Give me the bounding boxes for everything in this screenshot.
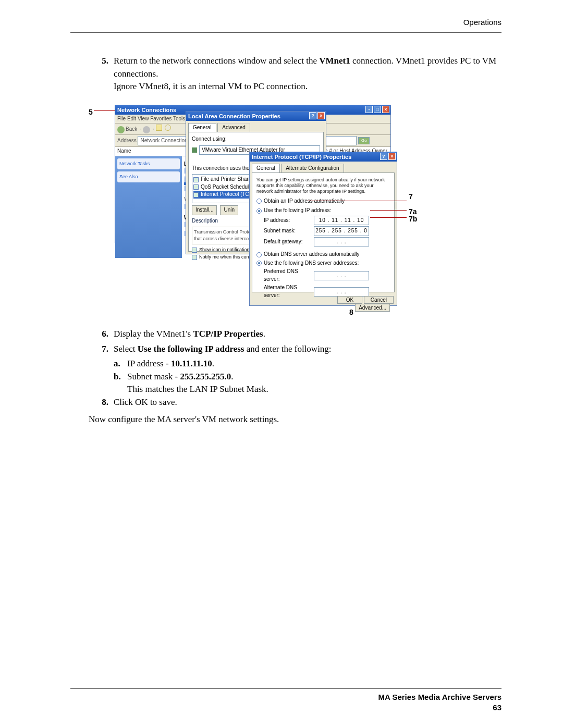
step7-b: Use the following IP address [138,344,244,354]
step6-c: . [263,329,265,339]
lac-title: Local Area Connection Properties [188,113,280,119]
footer-page: 63 [493,703,501,712]
pref-dns-input[interactable]: . . . [314,271,369,281]
tab-advanced[interactable]: Advanced [217,123,250,132]
connect-using-label: Connect using: [192,135,320,143]
step7a-num: a. [114,357,127,371]
step5-vmnet1: VMnet1 [319,56,350,66]
step5-text-a: Return to the network connections window… [114,56,319,66]
minimize-icon[interactable]: - [365,106,373,113]
step6-a: Display the VMnet1's [114,329,193,339]
step7b-c: . [231,372,233,381]
mask-label: Subnet mask: [264,227,314,235]
nc-tasks-panel: Network Tasks See Also [115,156,182,258]
tcpip-properties-window: Internet Protocol (TCP/IP) Properties ? … [249,152,397,306]
tab-general[interactable]: General [188,123,216,132]
step7-num: 7. [98,343,114,356]
step5-body: Return to the network connections window… [114,55,500,93]
close-icon[interactable]: × [317,112,325,119]
step7a-c: . [212,359,214,368]
checkbox-icon[interactable] [193,177,199,182]
up-icon[interactable] [156,125,162,131]
content: 5. Return to the network connections win… [89,55,500,426]
uninstall-button[interactable]: Unin [220,205,238,215]
step8-num: 8. [98,396,114,409]
callout-5: 5 [89,107,93,117]
step7b-d: This matches the LAN IP Subnet Mask. [127,383,500,396]
alt-dns-label: Alternate DNS server: [264,284,314,299]
cancel-button[interactable]: Cancel [364,296,394,304]
back-label: Back [126,126,137,132]
ip-input[interactable]: 10 . 11 . 11 . 10 [314,216,369,226]
step7a-body: IP address - 10.11.11.10. [127,357,500,371]
help-icon[interactable]: ? [309,112,316,119]
callout-8: 8 [349,307,353,317]
footer-title: MA Series Media Archive Servers [378,693,501,701]
radio-use-dns-label: Use the following DNS server addresses: [264,260,359,266]
step7a-b: 10.11.11.10 [171,359,212,368]
gateway-label: Default gateway: [264,238,314,246]
step7b-a: Subnet mask - [127,372,180,381]
step5-text-c: Ignore VMnet8, it is an internal VM to P… [114,80,500,93]
callout-7a-line [370,210,407,211]
closing-text: Now configure the MA server's VM network… [89,413,500,426]
forward-icon[interactable] [143,126,150,133]
radio-auto-dns-label: Obtain DNS server address automatically [264,251,359,257]
address-label: Address [117,138,137,143]
radio-use-dns[interactable] [256,261,262,266]
step6-num: 6. [98,328,114,341]
radio-use-ip[interactable] [256,208,262,214]
step7b-body: Subnet mask - 255.255.255.0. This matche… [127,371,500,396]
page-footer: MA Series Media Archive Servers 63 [378,692,501,712]
go-button[interactable]: Go [358,137,370,144]
tab-general[interactable]: General [252,164,280,173]
tcp-title: Internet Protocol (TCP/IP) Properties [252,154,351,160]
checkbox-icon[interactable] [193,192,199,198]
figure: 5 Network Connections - □ × File Edit Vi… [89,104,500,312]
ok-button[interactable]: OK [337,296,362,304]
step7-c: and enter the following: [244,344,331,354]
radio-use-ip-label: Use the following IP address: [264,207,331,213]
tab-alt-config[interactable]: Alternate Configuration [281,164,344,173]
component-qos: QoS Packet Scheduler [201,183,253,191]
callout-7: 7 [409,191,413,202]
close-icon[interactable]: × [388,153,396,160]
header-rule [70,32,501,33]
help-text: You can get IP settings assigned automat… [256,177,390,194]
step7-a: Select [114,344,138,354]
footer-rule [70,688,501,689]
radio-auto-dns[interactable] [256,252,262,257]
radio-auto-ip[interactable] [256,199,262,204]
lac-titlebar[interactable]: Local Area Connection Properties ? × [186,112,326,121]
nc-title: Network Connections [117,107,176,113]
gateway-input[interactable]: . . . [314,237,369,247]
step6-b: TCP/IP Properties [193,329,263,339]
step7a-a: IP address - [127,359,171,368]
pref-dns-label: Preferred DNS server: [264,268,314,283]
checkbox-icon[interactable] [192,255,197,260]
step7-body: Select Use the following IP address and … [114,343,500,356]
page-header: Operations [463,17,501,28]
install-button[interactable]: Install... [192,205,217,215]
callout-7b-line [370,217,407,218]
step7b-num: b. [114,371,127,396]
maximize-icon[interactable]: □ [374,106,381,113]
mask-input[interactable]: 255 . 255 . 255 . 0 [314,226,369,236]
help-icon[interactable]: ? [380,153,387,160]
callout-7-line [308,201,407,201]
col-name: Name [117,147,131,155]
tcp-titlebar[interactable]: Internet Protocol (TCP/IP) Properties ? … [250,152,397,162]
close-icon[interactable]: × [382,106,389,113]
step8-body: Click OK to save. [114,396,500,409]
advanced-button[interactable]: Advanced... [355,304,390,312]
step5-num: 5. [98,55,114,93]
adapter-icon [192,147,197,153]
checkbox-icon[interactable] [193,184,199,190]
search-icon[interactable] [165,125,171,131]
callout-7b: 7b [409,214,417,224]
step7b-b: 255.255.255.0 [180,372,231,381]
checkbox-icon[interactable] [192,248,197,253]
alt-dns-input[interactable]: . . . [314,287,369,297]
back-icon[interactable] [117,126,125,133]
callout-5-line [94,110,115,111]
